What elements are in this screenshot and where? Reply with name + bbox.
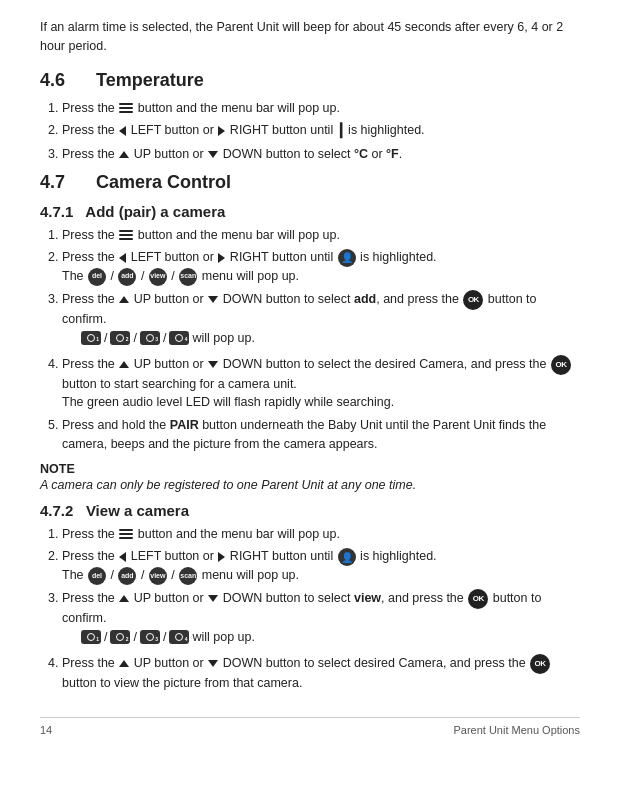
intro-text: If an alarm time is selected, the Parent… [40,18,580,56]
pair-label: PAIR [170,418,199,432]
section-47-heading: 4.7 Camera Control [40,172,580,193]
section-471-title: Add (pair) a camera [85,203,225,220]
footer: 14 Parent Unit Menu Options [40,717,580,736]
cam2-icon: 2 [110,630,130,644]
arrow-right-icon [218,552,225,562]
cam3-icon: 3 [140,630,160,644]
section-472-num: 4.7.2 [40,502,73,519]
scan-icon: scan [179,567,197,585]
arrow-left-icon [119,552,126,562]
arrow-up-icon [119,595,129,602]
ok-icon: OK [551,355,571,375]
arrow-up-icon [119,296,129,303]
list-item: Press the UP button or DOWN button to se… [62,145,580,164]
list-item: Press the UP button or DOWN button to se… [62,654,580,693]
arrow-down-icon [208,595,218,602]
section-471-list: Press the button and the menu bar will p… [62,226,580,454]
section-47-num: 4.7 [40,172,78,193]
arrow-down-icon [208,296,218,303]
arrow-down-icon [208,151,218,158]
scan-icon: scan [179,268,197,286]
list-item: Press the button and the menu bar will p… [62,99,580,118]
menu-icon [119,101,133,115]
view-label: view [354,591,381,605]
section-47-title: Camera Control [96,172,231,193]
arrow-up-icon [119,361,129,368]
arrow-down-icon [208,361,218,368]
menu-icon [119,228,133,242]
ok-icon: OK [468,589,488,609]
list-item: Press the UP button or DOWN button to se… [62,355,580,413]
section-472-heading: 4.7.2 View a camera [40,502,580,519]
cam2-icon: 2 [110,331,130,345]
note-471: NOTE A camera can only be registered to … [40,462,580,492]
note-label: NOTE [40,462,580,476]
add-icon: add [118,268,136,286]
footer-page: 14 [40,724,52,736]
list-item: Press the button and the menu bar will p… [62,226,580,245]
footer-label: Parent Unit Menu Options [453,724,580,736]
section-472-title: View a camera [86,502,189,519]
list-item: Press the UP button or DOWN button to se… [62,290,580,351]
view-icon: view [149,567,167,585]
section-472-list: Press the button and the menu bar will p… [62,525,580,693]
cam1-icon: 1 [81,331,101,345]
fahrenheit-label: °F [386,147,399,161]
cam3-icon: 3 [140,331,160,345]
list-item: Press the button and the menu bar will p… [62,525,580,544]
cam4-icon: 4 [169,331,189,345]
menu-icon [119,527,133,541]
arrow-right-icon [218,253,225,263]
arrow-right-icon [218,126,225,136]
section-46-list: Press the button and the menu bar will p… [62,99,580,164]
cam1-icon: 1 [81,630,101,644]
list-item: Press and hold the PAIR button underneat… [62,416,580,454]
person-icon: 👤 [338,548,356,566]
del-icon: del [88,567,106,585]
note-text: A camera can only be registered to one P… [40,478,580,492]
list-item: Press the LEFT button or RIGHT button un… [62,547,580,585]
cam-row: 1 / 2 / 3 / 4 will pop up. [80,329,255,348]
celsius-label: °C [354,147,368,161]
view-icon: view [149,268,167,286]
section-46-num: 4.6 [40,70,78,91]
person-icon: 👤 [338,249,356,267]
ok-icon: OK [530,654,550,674]
cam4-icon: 4 [169,630,189,644]
add-icon: add [118,567,136,585]
section-46-title: Temperature [96,70,204,91]
del-icon: del [88,268,106,286]
temp-icon: ┃ [337,123,345,138]
section-471-num: 4.7.1 [40,203,73,220]
list-item: Press the LEFT button or RIGHT button un… [62,248,580,286]
list-item: Press the UP button or DOWN button to se… [62,589,580,650]
section-46-heading: 4.6 Temperature [40,70,580,91]
add-label: add [354,292,376,306]
arrow-up-icon [119,660,129,667]
arrow-left-icon [119,126,126,136]
cam-row: 1 / 2 / 3 / 4 will pop up. [80,628,255,647]
list-item: Press the LEFT button or RIGHT button un… [62,121,580,141]
arrow-up-icon [119,151,129,158]
arrow-left-icon [119,253,126,263]
section-471-heading: 4.7.1 Add (pair) a camera [40,203,580,220]
arrow-down-icon [208,660,218,667]
ok-icon: OK [463,290,483,310]
